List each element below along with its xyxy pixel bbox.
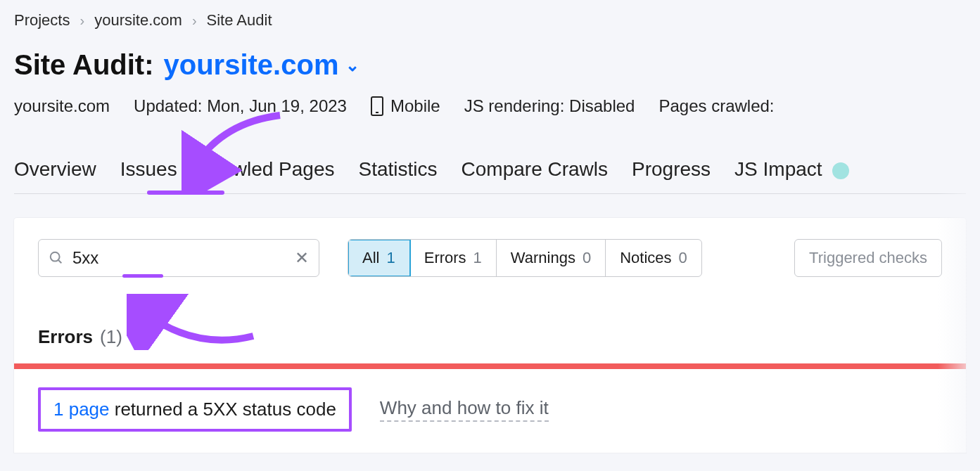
issue-row: 1 page returned a 5XX status code Why an… <box>14 369 966 453</box>
search-icon <box>49 250 64 266</box>
tab-crawled-pages[interactable]: Crawled Pages <box>201 158 335 193</box>
tab-js-impact[interactable]: JS Impact <box>734 158 822 193</box>
issues-panel: ✕ All1 Errors1 Warnings0 Notices0 <box>14 218 966 453</box>
tab-statistics[interactable]: Statistics <box>359 158 438 193</box>
filter-warnings[interactable]: Warnings0 <box>497 240 606 276</box>
status-dot-icon <box>832 162 849 179</box>
meta-pages-crawled: Pages crawled: <box>658 96 774 116</box>
triggered-checks-dropdown[interactable]: Triggered checks <box>794 239 942 277</box>
meta-updated: Updated: Mon, Jun 19, 2023 <box>134 96 347 116</box>
filter-errors[interactable]: Errors1 <box>410 240 497 276</box>
why-and-how-link[interactable]: Why and how to fix it <box>380 397 549 422</box>
issue-description: returned a 5XX status code <box>110 399 336 420</box>
chevron-right-icon: › <box>79 13 84 29</box>
errors-section-heading: Errors (1) i <box>38 326 942 348</box>
domain-selector[interactable]: yoursite.com ⌄ <box>164 49 360 81</box>
domain-selector-label: yoursite.com <box>164 49 339 81</box>
info-icon[interactable]: i <box>129 328 134 347</box>
errors-label: Errors <box>38 326 93 348</box>
svg-line-1 <box>58 260 62 264</box>
filter-all[interactable]: All1 <box>348 240 410 276</box>
meta-js-rendering: JS rendering: Disabled <box>464 96 635 116</box>
breadcrumb-domain[interactable]: yoursite.com <box>94 11 182 30</box>
meta-device: Mobile <box>371 96 440 116</box>
page-title: Site Audit: yoursite.com ⌄ <box>14 49 966 81</box>
tab-overview[interactable]: Overview <box>14 158 96 193</box>
search-input-wrapper[interactable]: ✕ <box>38 239 319 277</box>
tab-progress[interactable]: Progress <box>632 158 711 193</box>
svg-point-0 <box>51 252 60 262</box>
meta-bar: yoursite.com Updated: Mon, Jun 19, 2023 … <box>14 96 966 116</box>
breadcrumb: Projects › yoursite.com › Site Audit <box>14 11 966 30</box>
tab-issues[interactable]: Issues <box>120 158 177 193</box>
title-prefix: Site Audit: <box>14 49 154 81</box>
issue-page-count-link[interactable]: 1 page <box>53 399 110 420</box>
errors-count: (1) <box>100 326 122 348</box>
filter-notices[interactable]: Notices0 <box>606 240 701 276</box>
mobile-icon <box>371 96 383 116</box>
filter-segmented: All1 Errors1 Warnings0 Notices0 <box>348 239 702 277</box>
clear-search-icon[interactable]: ✕ <box>295 248 309 268</box>
breadcrumb-site-audit[interactable]: Site Audit <box>207 11 272 30</box>
annotation-underline <box>122 274 163 278</box>
breadcrumb-projects[interactable]: Projects <box>14 11 70 30</box>
chevron-right-icon: › <box>192 13 197 29</box>
active-tab-indicator <box>147 191 224 195</box>
tabs: Overview Issues Crawled Pages Statistics… <box>14 158 966 194</box>
issue-description-highlight: 1 page returned a 5XX status code <box>38 387 352 432</box>
meta-domain: yoursite.com <box>14 96 110 116</box>
filter-row: ✕ All1 Errors1 Warnings0 Notices0 <box>38 239 942 277</box>
search-input[interactable] <box>72 248 286 268</box>
tab-compare-crawls[interactable]: Compare Crawls <box>462 158 609 193</box>
chevron-down-icon: ⌄ <box>345 56 359 75</box>
errors-severity-bar <box>14 363 966 369</box>
